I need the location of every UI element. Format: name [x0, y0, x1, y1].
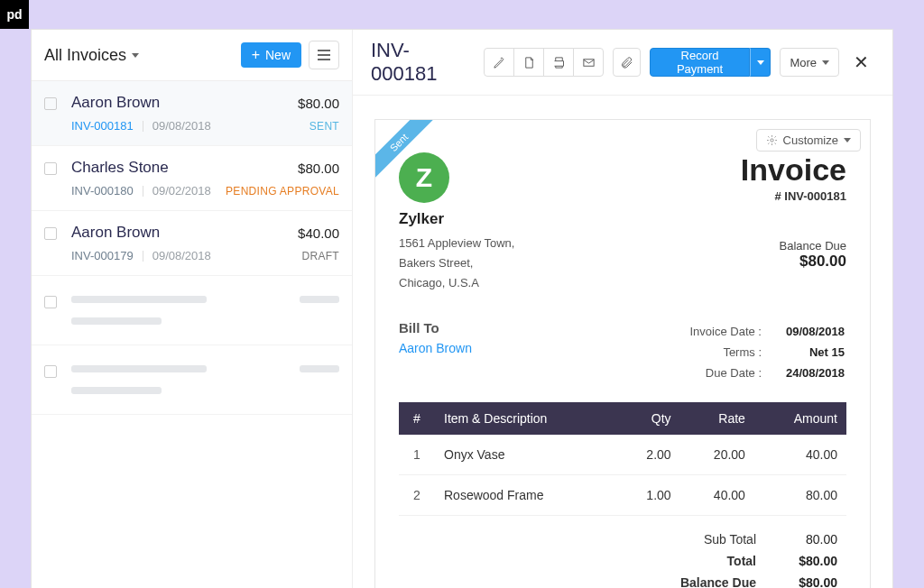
- line-desc: Rosewood Frame: [435, 475, 616, 516]
- invoice-amount: $80.00: [298, 161, 339, 176]
- total-value: $80.00: [756, 554, 837, 568]
- invoice-number: # INV-000181: [741, 189, 846, 203]
- app-window: All Invoices + New Aaron Brown$80.00INV-…: [31, 29, 893, 588]
- bill-to-block: Bill To Aaron Brown: [399, 320, 472, 384]
- corner-logo: pd: [0, 0, 29, 29]
- invoice-status: SENT: [310, 120, 339, 133]
- checkbox[interactable]: [44, 227, 57, 240]
- email-button[interactable]: [573, 48, 604, 77]
- balance-value: $80.00: [756, 575, 837, 588]
- meta-value: Net 15: [763, 343, 845, 362]
- meta-value: 24/08/2018: [763, 363, 845, 382]
- line-item-row: 1Onyx Vase2.0020.0040.00: [399, 435, 846, 475]
- bill-to-label: Bill To: [399, 320, 472, 335]
- gear-icon: [766, 134, 778, 146]
- customer-name: Charles Stone: [71, 159, 169, 177]
- invoice-list-item[interactable]: Aaron Brown$40.00INV-00017909/08/2018DRA…: [32, 211, 352, 276]
- pdf-button[interactable]: [513, 48, 544, 77]
- subtotal-value: 80.00: [756, 532, 837, 547]
- print-button[interactable]: [543, 48, 574, 77]
- customize-label: Customize: [783, 133, 838, 147]
- invoice-sidebar: All Invoices + New Aaron Brown$80.00INV-…: [32, 30, 353, 588]
- balance-due-value: $80.00: [741, 253, 846, 271]
- list-item-skeleton: [32, 276, 352, 345]
- new-invoice-button[interactable]: + New: [241, 42, 301, 68]
- chevron-down-icon: [844, 138, 851, 142]
- invoice-document: Sent Customize Z Zylker 1561 Appleview T…: [374, 119, 871, 588]
- customer-link[interactable]: Aaron Brown: [399, 341, 472, 355]
- close-button[interactable]: ✕: [848, 48, 874, 77]
- customize-button[interactable]: Customize: [756, 129, 861, 152]
- subtotal-label: Sub Total: [704, 532, 756, 547]
- col-rate: Rate: [680, 402, 754, 435]
- line-amount: 80.00: [754, 475, 846, 516]
- checkbox[interactable]: [44, 365, 57, 378]
- line-qty: 1.00: [616, 475, 680, 516]
- invoice-meta: Invoice Date :09/08/2018 Terms :Net 15 D…: [667, 320, 847, 384]
- record-payment-button[interactable]: Record Payment: [650, 48, 750, 77]
- attach-button[interactable]: [613, 48, 641, 77]
- chevron-down-icon: [822, 60, 829, 65]
- invoice-detail: INV-000181 Record Payment More ✕: [353, 30, 892, 588]
- record-payment-dropdown[interactable]: [750, 48, 771, 77]
- company-name: Zylker: [399, 210, 514, 228]
- checkbox[interactable]: [44, 97, 57, 110]
- sidebar-header: All Invoices + New: [32, 30, 352, 81]
- checkbox[interactable]: [44, 162, 57, 175]
- mail-icon: [582, 56, 596, 69]
- totals-block: Sub Total80.00 Total$80.00 Balance Due$8…: [399, 528, 846, 588]
- action-icon-group: [484, 48, 604, 77]
- invoice-list: Aaron Brown$80.00INV-00018109/08/2018SEN…: [32, 81, 352, 588]
- customer-name: Aaron Brown: [71, 94, 160, 112]
- invoice-status: PENDING APPROVAL: [226, 185, 339, 198]
- line-item-row: 2Rosewood Frame1.0040.0080.00: [399, 475, 846, 516]
- address-line: 1561 Appleview Town,: [399, 234, 514, 253]
- paperclip-icon: [620, 56, 633, 69]
- list-menu-button[interactable]: [309, 41, 339, 69]
- pdf-icon: [522, 56, 536, 69]
- list-item-skeleton: [32, 345, 352, 415]
- detail-toolbar: INV-000181 Record Payment More ✕: [353, 30, 892, 96]
- invoice-list-item[interactable]: Aaron Brown$80.00INV-00018109/08/2018SEN…: [32, 81, 352, 146]
- invoice-status: DRAFT: [302, 250, 340, 262]
- invoice-date: 09/08/2018: [152, 119, 211, 133]
- col-amount: Amount: [754, 402, 846, 435]
- line-num: 2: [399, 475, 435, 516]
- hamburger-icon: [318, 54, 330, 56]
- chevron-down-icon: [757, 60, 764, 65]
- meta-label: Invoice Date :: [669, 322, 762, 341]
- invoice-amount: $40.00: [298, 225, 339, 241]
- invoice-summary: Invoice # INV-000181 Balance Due $80.00: [741, 152, 846, 293]
- col-item: Item & Description: [435, 402, 616, 435]
- more-label: More: [790, 56, 817, 69]
- line-items-table: # Item & Description Qty Rate Amount 1On…: [399, 402, 846, 516]
- checkbox[interactable]: [44, 296, 57, 308]
- svg-rect-0: [583, 59, 593, 66]
- line-amount: 40.00: [754, 435, 846, 475]
- edit-button[interactable]: [484, 48, 514, 77]
- plus-icon: +: [252, 48, 260, 62]
- view-filter-dropdown[interactable]: All Invoices: [44, 46, 139, 65]
- invoice-list-item[interactable]: Charles Stone$80.00INV-00018009/02/2018P…: [32, 146, 352, 211]
- customer-name: Aaron Brown: [71, 224, 160, 242]
- meta-label: Due Date :: [669, 363, 762, 382]
- address-line: Chicago, U.S.A: [399, 273, 514, 293]
- invoice-amount: $80.00: [298, 96, 339, 111]
- meta-label: Terms :: [669, 343, 762, 362]
- balance-due-label: Balance Due: [741, 239, 846, 253]
- address-line: Bakers Street,: [399, 253, 514, 273]
- invoice-date: 09/08/2018: [152, 249, 211, 262]
- close-icon: ✕: [854, 52, 869, 72]
- line-num: 1: [399, 435, 435, 475]
- balance-label: Balance Due: [680, 575, 756, 588]
- col-qty: Qty: [616, 402, 680, 435]
- new-button-label: New: [265, 48, 291, 62]
- print-icon: [552, 56, 566, 69]
- invoice-heading: Invoice: [741, 152, 846, 188]
- line-rate: 20.00: [680, 435, 754, 475]
- line-rate: 40.00: [680, 475, 754, 516]
- line-desc: Onyx Vase: [435, 435, 616, 475]
- document-viewport[interactable]: Sent Customize Z Zylker 1561 Appleview T…: [353, 96, 892, 588]
- view-filter-label: All Invoices: [44, 46, 126, 65]
- more-menu-button[interactable]: More: [780, 48, 839, 77]
